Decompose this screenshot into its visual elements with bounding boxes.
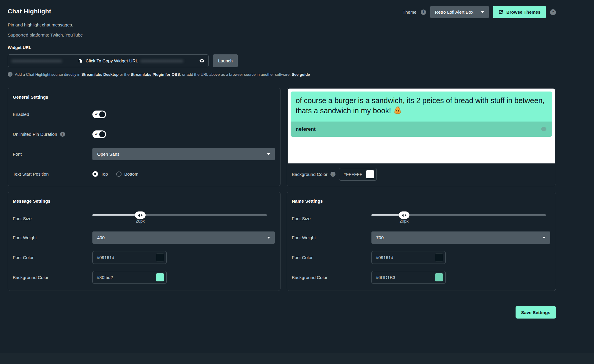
theme-controls: Theme i Retro Lofi Alert Box Browse Them… xyxy=(403,6,556,18)
browse-themes-button[interactable]: Browse Themes xyxy=(493,6,546,18)
slider-fill xyxy=(92,214,140,216)
name-font-color-row: Font Color #09161d xyxy=(292,251,550,264)
message-font-color-row: Font Color #09161d xyxy=(13,251,275,264)
name-font-size-value: 20px xyxy=(400,219,409,223)
message-font-size-label-text: Font Size xyxy=(13,216,31,221)
name-font-weight-select[interactable]: 700 xyxy=(371,231,550,244)
preview-bg-label-text: Background Color xyxy=(292,172,327,177)
message-font-color-label-text: Font Color xyxy=(13,255,34,260)
see-guide-link[interactable]: See guide xyxy=(292,72,310,77)
preview-bg-info-icon[interactable]: i xyxy=(330,172,335,177)
name-font-color-swatch[interactable] xyxy=(435,253,443,261)
font-row: Font Open Sans xyxy=(13,148,275,160)
preview-bg-hex: #FFFFFF xyxy=(344,172,362,177)
info-icon: i xyxy=(8,72,12,77)
note-prefix: Add a Chat Highlight source directly in xyxy=(15,72,81,77)
preview-bg-label: Background Color i xyxy=(292,172,335,177)
message-bg-color-hex: #80f5d2 xyxy=(97,275,113,280)
slider-track[interactable] xyxy=(371,214,546,216)
radio-option-bottom[interactable]: Bottom xyxy=(116,171,138,177)
pin-duration-info-icon[interactable]: i xyxy=(60,132,65,137)
general-settings-title: General Settings xyxy=(13,94,275,100)
check-icon: ✓ xyxy=(95,132,98,136)
preview-bg-color-input[interactable]: #FFFFFF xyxy=(339,168,377,181)
page-bottom-strip xyxy=(0,353,594,364)
name-bg-color-hex: #6DD1B3 xyxy=(376,275,395,280)
enabled-row: Enabled ✓ xyxy=(13,108,275,121)
slider-handle[interactable] xyxy=(399,212,409,219)
theme-select[interactable]: Retro Lofi Alert Box xyxy=(430,6,489,18)
preview-bg-swatch[interactable] xyxy=(366,170,374,178)
settings-panels: General Settings Enabled ✓ Unlimited Pin… xyxy=(8,88,556,291)
widget-url-input[interactable]: xxxxxxxxxxxxxxxxxxxxxxxxxx Click To Copy… xyxy=(8,54,209,67)
radio-bottom-label: Bottom xyxy=(124,171,138,177)
name-font-weight-value: 700 xyxy=(376,235,384,240)
chevron-down-icon xyxy=(543,237,546,239)
font-label-text: Font xyxy=(13,152,22,157)
copy-url-action[interactable]: Click To Copy Widget URL xyxy=(78,58,138,64)
text-start-position-options: Top Bottom xyxy=(92,171,138,177)
help-icon[interactable]: ? xyxy=(550,9,556,15)
font-select-value: Open Sans xyxy=(97,152,119,157)
name-settings-panel: Name Settings Font Size 20px xyxy=(287,192,556,291)
message-font-color-swatch[interactable] xyxy=(156,253,164,261)
arrow-right-icon xyxy=(141,214,143,217)
pin-duration-toggle[interactable]: ✓ xyxy=(92,130,106,138)
slider-handle[interactable] xyxy=(135,212,146,219)
browse-themes-label: Browse Themes xyxy=(506,10,541,15)
arrow-right-icon xyxy=(405,214,406,217)
name-font-weight-row: Font Weight 700 xyxy=(292,231,550,244)
theme-select-value: Retro Lofi Alert Box xyxy=(435,10,473,15)
name-bg-color-swatch[interactable] xyxy=(435,273,443,281)
message-font-color-input[interactable]: #09161d xyxy=(92,251,167,264)
chevron-down-icon xyxy=(267,153,270,155)
message-font-weight-select[interactable]: 400 xyxy=(92,231,275,244)
chevron-down-icon xyxy=(267,237,270,239)
streamlabs-obs-plugin-link[interactable]: Streamlabs Plugin for OBS xyxy=(130,72,180,77)
slider-track[interactable] xyxy=(92,214,267,216)
radio-selected-icon xyxy=(92,171,98,177)
name-font-color-hex: #09161d xyxy=(376,255,393,260)
message-bg-color-label: Background Color xyxy=(13,275,92,280)
message-bg-color-swatch[interactable] xyxy=(156,273,164,281)
copy-icon xyxy=(78,58,83,64)
message-font-color-hex: #09161d xyxy=(97,255,114,260)
text-start-position-label-text: Text Start Position xyxy=(13,171,49,177)
enabled-toggle[interactable]: ✓ xyxy=(92,111,106,118)
external-link-icon xyxy=(498,10,503,15)
chat-username: neferent xyxy=(296,126,316,132)
message-font-size-label: Font Size xyxy=(13,216,92,221)
masked-url-right: xxxxxxxxxxxxxxxxxxxxxx xyxy=(141,59,197,63)
name-bg-color-input[interactable]: #6DD1B3 xyxy=(371,271,446,284)
name-font-size-row: Font Size 20px xyxy=(292,212,550,225)
name-font-color-input[interactable]: #09161d xyxy=(371,251,446,264)
streamlabs-desktop-link[interactable]: Streamlabs Desktop xyxy=(81,72,119,77)
page-subtitle: Pin and highlight chat messages. xyxy=(8,22,556,27)
enabled-label-text: Enabled xyxy=(13,112,29,117)
info-note-text: Add a Chat Highlight source directly in … xyxy=(15,72,310,77)
launch-button[interactable]: Launch xyxy=(213,54,238,67)
pin-duration-label: Unlimited Pin Duration i xyxy=(13,132,92,137)
name-bg-color-label-text: Background Color xyxy=(292,275,327,280)
eye-icon[interactable] xyxy=(199,58,205,64)
theme-info-icon[interactable]: i xyxy=(421,10,426,15)
pin-duration-row: Unlimited Pin Duration i ✓ xyxy=(13,128,275,141)
text-start-position-row: Text Start Position Top Bottom xyxy=(13,168,275,180)
name-bg-color-row: Background Color #6DD1B3 xyxy=(292,271,550,284)
name-font-size-label-text: Font Size xyxy=(292,216,311,221)
radio-option-top[interactable]: Top xyxy=(92,171,108,177)
font-select[interactable]: Open Sans xyxy=(92,148,275,160)
message-bg-color-row: Background Color #80f5d2 xyxy=(13,271,275,284)
chevron-down-icon xyxy=(481,11,484,13)
masked-url-left: xxxxxxxxxxxxxxxxxxxxxxxxxx xyxy=(12,59,75,63)
name-font-size-slider: 20px xyxy=(371,212,546,225)
message-font-color-label: Font Color xyxy=(13,255,92,260)
preview-panel: of course a burger is a sandwich, its 2 … xyxy=(287,88,556,186)
chat-name-row: neferent xyxy=(291,122,552,137)
name-font-color-label: Font Color xyxy=(292,255,371,260)
note-mid2: , or add the URL above as a browser sour… xyxy=(180,72,292,77)
message-settings-panel: Message Settings Font Size 28px xyxy=(8,192,281,291)
message-bg-color-input[interactable]: #80f5d2 xyxy=(92,271,167,284)
copy-url-label: Click To Copy Widget URL xyxy=(86,58,138,63)
save-settings-button[interactable]: Save Settings xyxy=(516,306,556,319)
